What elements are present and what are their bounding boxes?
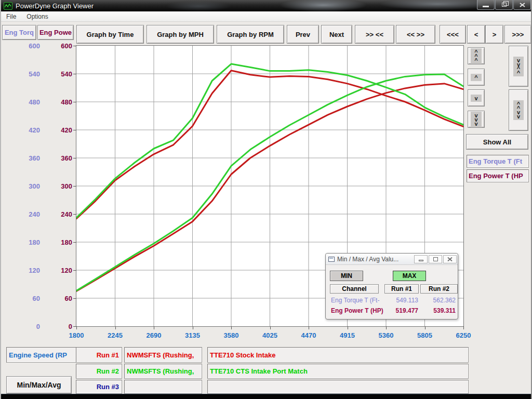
- minmax-titlebar[interactable]: Min / Max / Avg Valu...: [326, 254, 458, 265]
- show-all-button[interactable]: Show All: [466, 134, 528, 150]
- x-axis-tick-label: 4470: [301, 331, 316, 339]
- y-axis-tick: [73, 102, 76, 102]
- y-axis-left-tick-label: 360: [29, 154, 40, 162]
- y-axis-left-tick-label: 420: [29, 126, 40, 134]
- title-bar[interactable]: PowerDyne Graph Viewer: [1, 0, 532, 11]
- zoom-in-horizontal-button[interactable]: >> <<: [355, 25, 394, 44]
- run1-file-field[interactable]: NWMSFTS (Rushing,: [124, 347, 202, 363]
- x-axis-tick: [309, 326, 309, 329]
- x-axis-tick: [270, 326, 271, 329]
- run1-desc-text: TTE710 Stock Intake: [210, 351, 275, 359]
- x-axis-tick: [76, 326, 77, 329]
- min-toggle-button[interactable]: MIN: [330, 271, 363, 281]
- minmax-window-title: Min / Max / Avg Valu...: [337, 256, 414, 263]
- y-axis-right-tick-label: 0: [69, 323, 72, 330]
- y-axis-right-tick-label: 420: [61, 126, 72, 134]
- run1-label-field: Run #1: [76, 347, 122, 363]
- x-axis-tick: [115, 326, 116, 329]
- close-icon: [447, 257, 453, 261]
- menu-file[interactable]: File: [1, 13, 21, 20]
- main-window: PowerDyne Graph Viewer File Options Eng …: [0, 0, 532, 399]
- x-axis-tick: [463, 326, 464, 329]
- x-axis-tick-label: 5805: [417, 331, 432, 339]
- y-axis-left-tick-label: 120: [29, 267, 40, 274]
- close-button[interactable]: [513, 0, 531, 10]
- run2-file-field[interactable]: NWMSFTS (Rushing,: [124, 364, 202, 379]
- scroll-far-left-button[interactable]: <<<: [440, 25, 466, 44]
- menu-options[interactable]: Options: [21, 13, 53, 20]
- legend-power-text: Eng Power T (HP: [469, 172, 523, 180]
- graph-by-time-button[interactable]: Graph by Time: [76, 25, 144, 44]
- y-axis-left-tick-label: 600: [29, 42, 40, 50]
- legend-power-label: Eng Power T (HP: [467, 169, 529, 182]
- y-axis-left-tick-label: 0: [36, 323, 40, 330]
- x-axis-tick: [386, 326, 387, 329]
- y-axis-tick: [73, 158, 76, 158]
- graph-by-rpm-button[interactable]: Graph by RPM: [217, 25, 284, 44]
- scroll-up-fast-button[interactable]: ^ ^ ^: [468, 47, 485, 64]
- scroll-right-button[interactable]: >: [485, 25, 503, 44]
- minmax-row-power-run2: 539.311: [432, 307, 456, 314]
- x-axis-tick: [193, 326, 193, 329]
- legend-torque-text: Eng Torque T (Ft: [469, 157, 522, 165]
- zoom-out-vertical-button[interactable]: ^ ^ v v: [509, 89, 528, 131]
- y-axis-right-tick-label: 60: [65, 295, 72, 302]
- minmax-maximize-button[interactable]: [429, 255, 442, 263]
- restore-button[interactable]: [495, 0, 513, 10]
- run3-file-field[interactable]: [124, 380, 202, 394]
- minmaxavg-button[interactable]: Min/Max/Avg: [6, 376, 72, 394]
- run2-desc-field[interactable]: TTE710 CTS Intake Port Match: [207, 364, 469, 379]
- minimize-button[interactable]: [477, 0, 495, 10]
- scroll-left-button[interactable]: <: [467, 25, 485, 44]
- x-axis-tick-label: 4025: [262, 331, 277, 339]
- run3-label: Run #3: [97, 383, 119, 391]
- chevron-down-icon: v: [471, 95, 481, 102]
- run1-label: Run #1: [97, 351, 119, 359]
- y-axis-right-tick-label: 180: [61, 238, 72, 246]
- chevrons-diverge-icon: ^ ^ v v: [513, 100, 524, 120]
- x-axis-tick-label: 2690: [147, 331, 162, 339]
- y-axis-left-tick-label: 60: [33, 295, 40, 302]
- graph-by-mph-button[interactable]: Graph by MPH: [147, 25, 214, 44]
- x-axis-tick-label: 4915: [340, 331, 355, 339]
- y-axis-tick: [73, 46, 76, 46]
- run3-desc-field[interactable]: [207, 380, 469, 394]
- axis-button-torque[interactable]: Eng Torq: [2, 25, 36, 40]
- next-button[interactable]: Next: [321, 25, 352, 44]
- minimize-icon: [483, 6, 489, 7]
- scroll-down-fast-button[interactable]: v v v: [468, 111, 485, 128]
- x-axis-tick: [231, 326, 232, 329]
- x-axis-tick: [425, 326, 425, 329]
- axis-button-power[interactable]: Eng Powe: [37, 25, 74, 40]
- app-icon: [4, 2, 12, 10]
- minmax-row-torque-run2: 562.362: [432, 297, 456, 304]
- minmax-close-button[interactable]: [443, 255, 457, 263]
- y-axis-tick: [73, 270, 76, 271]
- scroll-up-button[interactable]: ^: [468, 69, 485, 86]
- scroll-far-right-button[interactable]: >>>: [504, 25, 531, 44]
- prev-button[interactable]: Prev: [287, 25, 319, 44]
- y-axis-right-tick-label: 300: [61, 182, 72, 190]
- y-axis-right-tick-label: 240: [61, 210, 72, 218]
- triple-chevron-down-icon: v v v: [471, 112, 481, 127]
- scroll-down-button[interactable]: v: [468, 89, 485, 107]
- y-axis-tick: [73, 214, 76, 215]
- x-axis-tick-label: 6250: [456, 331, 471, 339]
- max-toggle-button[interactable]: MAX: [393, 271, 426, 281]
- legend-torque-label: Eng Torque T (Ft: [467, 155, 529, 168]
- axis-button-power-label: Eng Powe: [39, 29, 72, 36]
- minmax-window: Min / Max / Avg Valu... MIN MAX Channel …: [325, 253, 458, 320]
- minmax-minimize-button[interactable]: [414, 255, 428, 263]
- x-axis-title-text: Engine Speed (RP: [9, 351, 67, 359]
- run2-file-text: NWMSFTS (Rushing,: [127, 367, 194, 375]
- axis-button-torque-label: Eng Torq: [5, 29, 34, 36]
- window-title: PowerDyne Graph Viewer: [16, 2, 94, 10]
- y-axis-tick: [73, 186, 76, 187]
- triple-chevron-up-icon: ^ ^ ^: [471, 48, 481, 64]
- minmax-row-torque-run1: 549.113: [394, 297, 418, 304]
- minmax-row-power-run1: 519.477: [394, 307, 418, 314]
- run3-label-field: Run #3: [76, 380, 122, 394]
- zoom-out-horizontal-button[interactable]: << >>: [396, 25, 435, 44]
- run1-desc-field[interactable]: TTE710 Stock Intake: [207, 347, 469, 363]
- zoom-in-vertical-button[interactable]: v v ^ ^: [509, 46, 528, 87]
